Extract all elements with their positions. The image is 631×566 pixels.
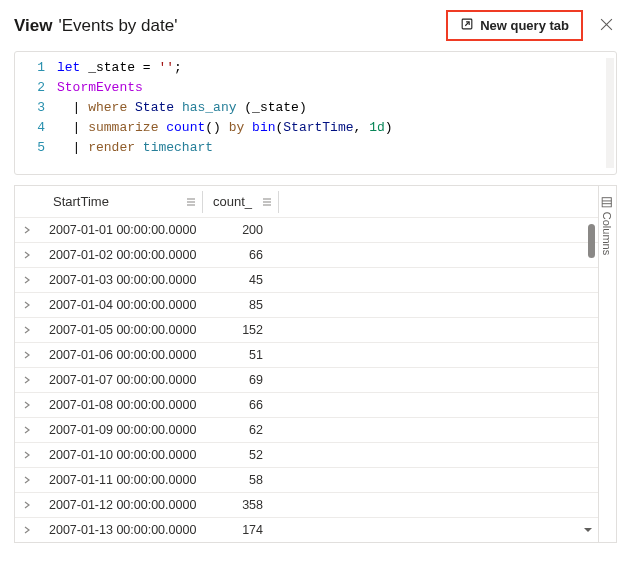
cell-count: 66: [199, 398, 275, 412]
chevron-right-icon: [23, 273, 31, 287]
chevron-right-icon: [23, 348, 31, 362]
cell-count: 51: [199, 348, 275, 362]
cell-starttime: 2007-01-04 00:00:00.0000: [39, 298, 199, 312]
chevron-right-icon: [23, 298, 31, 312]
columns-tab[interactable]: Columns: [602, 197, 614, 255]
cell-starttime: 2007-01-05 00:00:00.0000: [39, 323, 199, 337]
cell-starttime: 2007-01-13 00:00:00.0000: [39, 523, 199, 537]
column-header-count[interactable]: count_: [203, 191, 279, 213]
cell-starttime: 2007-01-01 00:00:00.0000: [39, 223, 199, 237]
cell-starttime: 2007-01-08 00:00:00.0000: [39, 398, 199, 412]
cell-starttime: 2007-01-11 00:00:00.0000: [39, 473, 199, 487]
table-row[interactable]: 2007-01-11 00:00:00.000058: [15, 468, 598, 493]
table-row[interactable]: 2007-01-06 00:00:00.000051: [15, 343, 598, 368]
cell-starttime: 2007-01-12 00:00:00.0000: [39, 498, 199, 512]
expand-row-button[interactable]: [15, 273, 39, 287]
open-in-new-icon: [460, 17, 474, 34]
cell-count: 66: [199, 248, 275, 262]
expand-row-button[interactable]: [15, 248, 39, 262]
cell-count: 174: [199, 523, 275, 537]
close-icon: [600, 18, 613, 34]
query-editor[interactable]: 1 2 3 4 5 let _state = ''; StormEvents |…: [14, 51, 617, 175]
code-content[interactable]: let _state = ''; StormEvents | where Sta…: [57, 58, 616, 158]
table-row[interactable]: 2007-01-10 00:00:00.000052: [15, 443, 598, 468]
cell-count: 45: [199, 273, 275, 287]
page-title: 'Events by date': [58, 16, 177, 36]
panel-header: View 'Events by date' New query tab: [0, 0, 631, 49]
page-title-prefix: View: [14, 16, 52, 36]
cell-starttime: 2007-01-02 00:00:00.0000: [39, 248, 199, 262]
expand-row-button[interactable]: [15, 323, 39, 337]
close-button[interactable]: [595, 15, 617, 37]
cell-count: 69: [199, 373, 275, 387]
new-query-tab-label: New query tab: [480, 18, 569, 33]
vertical-scrollbar[interactable]: [584, 218, 598, 542]
chevron-right-icon: [23, 448, 31, 462]
column-menu-icon[interactable]: [186, 197, 196, 207]
line-number-gutter: 1 2 3 4 5: [15, 58, 57, 158]
cell-starttime: 2007-01-10 00:00:00.0000: [39, 448, 199, 462]
cell-starttime: 2007-01-06 00:00:00.0000: [39, 348, 199, 362]
chevron-right-icon: [23, 423, 31, 437]
table-row[interactable]: 2007-01-08 00:00:00.000066: [15, 393, 598, 418]
cell-starttime: 2007-01-03 00:00:00.0000: [39, 273, 199, 287]
expand-row-button[interactable]: [15, 423, 39, 437]
side-tabs: Columns: [598, 186, 616, 542]
cell-count: 62: [199, 423, 275, 437]
table-body: 2007-01-01 00:00:00.00002002007-01-02 00…: [15, 218, 598, 542]
cell-count: 58: [199, 473, 275, 487]
cell-count: 85: [199, 298, 275, 312]
cell-starttime: 2007-01-07 00:00:00.0000: [39, 373, 199, 387]
cell-starttime: 2007-01-09 00:00:00.0000: [39, 423, 199, 437]
expand-row-button[interactable]: [15, 473, 39, 487]
table-row[interactable]: 2007-01-07 00:00:00.000069: [15, 368, 598, 393]
expand-row-button[interactable]: [15, 523, 39, 537]
columns-icon: [602, 197, 613, 208]
table-row[interactable]: 2007-01-09 00:00:00.000062: [15, 418, 598, 443]
expand-row-button[interactable]: [15, 298, 39, 312]
table-row[interactable]: 2007-01-02 00:00:00.000066: [15, 243, 598, 268]
cell-count: 152: [199, 323, 275, 337]
chevron-right-icon: [23, 223, 31, 237]
editor-scroll-track[interactable]: [603, 58, 615, 168]
cell-count: 358: [199, 498, 275, 512]
new-query-tab-button[interactable]: New query tab: [446, 10, 583, 41]
expand-row-button[interactable]: [15, 373, 39, 387]
table-row[interactable]: 2007-01-01 00:00:00.0000200: [15, 218, 598, 243]
column-header-starttime[interactable]: StartTime: [43, 191, 203, 213]
column-menu-icon[interactable]: [262, 197, 272, 207]
table-header: StartTime count_: [15, 186, 598, 218]
table-row[interactable]: 2007-01-12 00:00:00.0000358: [15, 493, 598, 518]
expand-row-button[interactable]: [15, 223, 39, 237]
svg-rect-1: [603, 198, 612, 207]
cell-count: 52: [199, 448, 275, 462]
chevron-right-icon: [23, 373, 31, 387]
expand-row-button[interactable]: [15, 498, 39, 512]
chevron-right-icon: [23, 248, 31, 262]
expand-row-button[interactable]: [15, 348, 39, 362]
scrollbar-thumb[interactable]: [588, 224, 595, 258]
chevron-right-icon: [23, 323, 31, 337]
chevron-right-icon: [23, 473, 31, 487]
chevron-right-icon: [23, 398, 31, 412]
table-row[interactable]: 2007-01-13 00:00:00.0000174: [15, 518, 598, 542]
expand-row-button[interactable]: [15, 398, 39, 412]
expand-row-button[interactable]: [15, 448, 39, 462]
chevron-right-icon: [23, 523, 31, 537]
table-row[interactable]: 2007-01-05 00:00:00.0000152: [15, 318, 598, 343]
results-panel: StartTime count_ 2007-01-01 00:00:00.000…: [14, 185, 617, 543]
table-row[interactable]: 2007-01-03 00:00:00.000045: [15, 268, 598, 293]
cell-count: 200: [199, 223, 275, 237]
table-row[interactable]: 2007-01-04 00:00:00.000085: [15, 293, 598, 318]
scroll-down-icon[interactable]: [583, 523, 593, 538]
chevron-right-icon: [23, 498, 31, 512]
results-table: StartTime count_ 2007-01-01 00:00:00.000…: [15, 186, 598, 542]
